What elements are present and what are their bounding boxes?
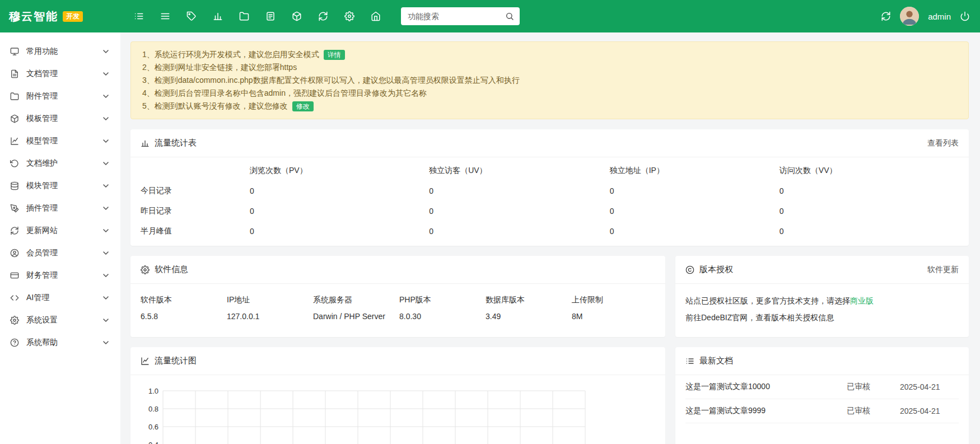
sidebar-item-finance-manage[interactable]: 财务管理 [0,264,120,287]
field-value: 8M [572,312,658,321]
chevron-down-icon [101,69,110,78]
copyright-icon [685,265,694,274]
svg-text:0.6: 0.6 [148,423,158,431]
cell: 0 [780,201,959,221]
row-label: 半月峰值 [141,221,250,241]
field-label: 上传限制 [572,295,658,305]
chevron-down-icon [101,181,110,190]
card-title: 版本授权 [699,264,733,275]
modify-badge[interactable]: 修改 [292,101,314,111]
package-icon [10,114,19,123]
search-icon[interactable] [505,12,514,21]
sidebar-item-update-site[interactable]: 更新网站 [0,219,120,242]
card-header: 软件信息 [130,256,665,284]
warning-line: 1、系统运行环境为开发模式，建议您启用安全模式详情 [142,48,957,61]
chevron-down-icon [101,114,110,123]
credit-card-icon [10,271,19,280]
refresh-icon[interactable] [881,11,891,21]
sidebar-item-label: 会员管理 [26,248,58,258]
field-value: Darwin / PHP Server [313,312,399,321]
username[interactable]: admin [928,12,951,21]
card-title: 流量统计表 [155,138,197,148]
folder-icon[interactable] [239,11,249,21]
field-value: 8.0.30 [399,312,486,321]
info-field: 数据库版本 3.49 [486,295,572,321]
cell: 0 [610,181,780,201]
doc-title-link[interactable]: 这是一篇测试文章10000 [685,382,847,392]
table-row: 今日记录 0 0 0 0 [141,181,959,201]
svg-text:0.8: 0.8 [148,405,158,413]
menu-icon[interactable] [160,11,170,21]
doc-date: 2025-04-21 [900,382,959,391]
chevron-down-icon [101,271,110,280]
traffic-table-card: 流量统计表 查看列表 浏览次数（PV） 独立访客（UV） 独立地址（IP） 访问… [130,129,969,246]
detail-badge[interactable]: 详情 [324,50,345,60]
chevron-down-icon [101,249,110,258]
commercial-version-link[interactable]: 商业版 [850,296,874,305]
chevron-down-icon [101,47,110,56]
info-field: IP地址 127.0.0.1 [227,295,313,321]
env-badge: 开发 [63,11,83,22]
column-header: 独立访客（UV） [429,157,610,181]
file-text-icon [10,69,19,78]
license-text: 站点已授权社区版，更多官方技术支持，请选择 [685,296,850,305]
software-update-link[interactable]: 软件更新 [927,265,959,275]
software-info-card: 软件信息 软件版本 6.5.8 IP地址 127.0.0.1 系统服务器 Dar… [130,256,665,337]
sidebar-item-label: 财务管理 [26,270,58,281]
chevron-down-icon [101,226,110,235]
cell: 0 [429,181,610,201]
power-icon[interactable] [960,11,970,21]
refresh-icon[interactable] [318,11,328,21]
sidebar-item-model-manage[interactable]: 模型管理 [0,130,120,152]
warning-text: 1、系统运行环境为开发模式，建议您启用安全模式 [142,50,319,59]
header-right: admin [881,7,980,26]
traffic-chart-svg: 1.00.80.60.40.20.0 [136,383,592,444]
sidebar-item-label: 插件管理 [26,203,58,213]
chevron-down-icon [101,204,110,213]
sidebar-item-module-manage[interactable]: 模块管理 [0,175,120,197]
sidebar-item-plugin-manage[interactable]: 插件管理 [0,197,120,219]
sidebar-item-system-help[interactable]: 系统帮助 [0,331,120,354]
rotate-icon [10,159,19,168]
tag-icon[interactable] [186,11,197,21]
home-icon[interactable] [371,11,381,21]
card-header: 版本授权 软件更新 [675,256,969,284]
sidebar-item-label: 模型管理 [26,136,58,146]
help-circle-icon [10,338,19,347]
doc-title-link[interactable]: 这是一篇测试文章9999 [685,406,847,416]
code-icon [10,293,19,302]
license-body: 站点已授权社区版，更多官方技术支持，请选择商业版 前往DedeBIZ官网，查看版… [675,284,969,337]
list-icon[interactable] [134,11,144,21]
sidebar-item-document-manage[interactable]: 文档管理 [0,63,120,85]
field-label: IP地址 [227,295,313,305]
sidebar-item-ai-manage[interactable]: AI管理 [0,287,120,309]
monitor-icon [10,47,19,56]
card-header: 流量统计图 [130,347,665,375]
card-title: 软件信息 [155,264,188,275]
sidebar-item-template-manage[interactable]: 模板管理 [0,108,120,130]
system-warning-panel: 1、系统运行环境为开发模式，建议您启用安全模式详情 2、检测到网址非安全链接，建… [130,41,969,119]
chart-line-icon [10,137,19,146]
sidebar-item-common-functions[interactable]: 常用功能 [0,40,120,63]
row-label: 昨日记录 [141,201,250,221]
sidebar-item-document-maintain[interactable]: 文档维护 [0,152,120,175]
pen-tool-icon [10,204,19,213]
sidebar-item-label: 文档管理 [26,69,58,79]
sidebar-item-member-manage[interactable]: 会员管理 [0,242,120,264]
bar-chart-icon[interactable] [213,11,223,21]
field-value: 127.0.0.1 [227,312,313,321]
view-list-link[interactable]: 查看列表 [927,138,959,148]
latest-docs-list: 这是一篇测试文章10000 已审核 2025-04-21 这是一篇测试文章999… [675,375,969,423]
latest-docs-card: 最新文档 这是一篇测试文章10000 已审核 2025-04-21 这是一篇测试… [675,347,969,444]
field-value: 3.49 [486,312,572,321]
sidebar-item-attachment-manage[interactable]: 附件管理 [0,85,120,108]
cell: 0 [429,221,610,241]
sidebar-item-system-settings[interactable]: 系统设置 [0,309,120,331]
search-input[interactable] [407,11,505,21]
form-icon[interactable] [265,11,276,21]
avatar[interactable] [900,7,919,26]
info-field: 上传限制 8M [572,295,658,321]
package-icon[interactable] [292,11,302,21]
gear-icon[interactable] [344,11,354,21]
cell: 0 [780,181,959,201]
